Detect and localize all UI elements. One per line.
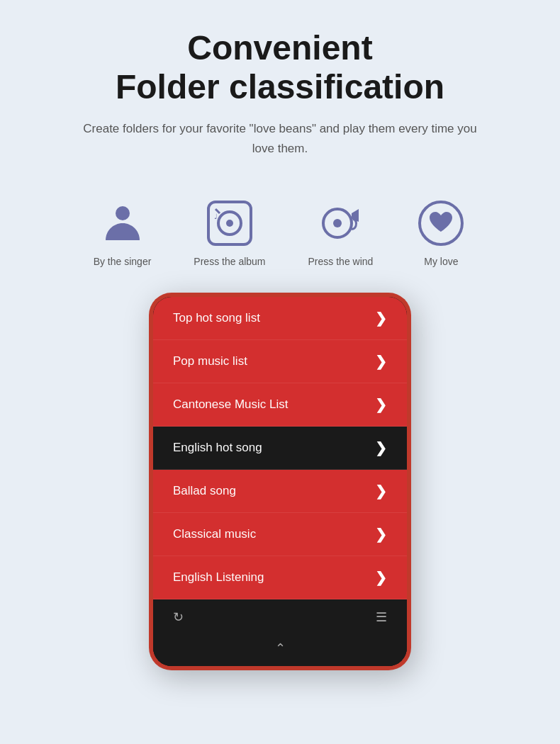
chevron-icon-1: ❯ <box>375 353 387 370</box>
chevron-icon-3: ❯ <box>375 439 387 456</box>
chevron-icon-5: ❯ <box>375 526 387 543</box>
menu-item-top-hot-label: Top hot song list <box>173 311 260 325</box>
back-icon[interactable]: ↻ <box>173 609 184 625</box>
svg-point-7 <box>333 219 342 227</box>
love-label: My love <box>424 256 458 267</box>
love-category[interactable]: My love <box>415 198 466 267</box>
svg-point-3 <box>226 220 233 227</box>
chevron-icon-2: ❯ <box>375 396 387 413</box>
wind-label: Press the wind <box>308 256 374 267</box>
phone-home-bar: ⌃ <box>153 635 407 666</box>
menu-item-english-listening-label: English Listening <box>173 570 264 585</box>
phone-device: Top hot song list ❯ Pop music list ❯ Can… <box>149 293 411 670</box>
chevron-icon-6: ❯ <box>375 569 387 586</box>
singer-icon <box>97 198 148 249</box>
chevron-icon-4: ❯ <box>375 483 387 500</box>
menu-item-cantonese-label: Cantonese Music List <box>173 398 289 412</box>
phone-screen-area: Top hot song list ❯ Pop music list ❯ Can… <box>153 297 407 666</box>
menu-icon[interactable]: ☰ <box>376 609 387 625</box>
menu-item-classical[interactable]: Classical music ❯ <box>153 513 407 556</box>
love-icon <box>415 198 466 249</box>
menu-item-top-hot[interactable]: Top hot song list ❯ <box>153 297 407 340</box>
phone-wrapper: Top hot song list ❯ Pop music list ❯ Can… <box>0 293 560 699</box>
phone-bottom-bar: ↻ ☰ <box>153 599 407 635</box>
menu-item-cantonese[interactable]: Cantonese Music List ❯ <box>153 383 407 427</box>
main-title: Convenient Folder classification <box>43 28 517 106</box>
wind-icon <box>315 198 366 249</box>
svg-point-0 <box>116 206 130 220</box>
menu-item-pop-music-label: Pop music list <box>173 354 247 368</box>
menu-item-english-hot-label: English hot song <box>173 441 262 455</box>
album-label: Press the album <box>194 256 265 267</box>
menu-item-classical-label: Classical music <box>173 527 256 541</box>
svg-text:♩: ♩ <box>214 213 218 220</box>
music-menu-list: Top hot song list ❯ Pop music list ❯ Can… <box>153 297 407 599</box>
menu-item-ballad[interactable]: Ballad song ❯ <box>153 470 407 513</box>
menu-item-english-hot[interactable]: English hot song ❯ <box>153 427 407 470</box>
title-line1: Convenient <box>187 29 372 67</box>
album-icon: ♩ <box>204 198 255 249</box>
chevron-icon-0: ❯ <box>375 310 387 327</box>
menu-item-ballad-label: Ballad song <box>173 484 236 498</box>
title-line2: Folder classification <box>116 68 444 106</box>
album-category[interactable]: ♩ Press the album <box>194 198 265 267</box>
wind-category[interactable]: Press the wind <box>308 198 374 267</box>
subtitle-text: Create folders for your favorite "love b… <box>82 119 478 157</box>
menu-item-english-listening[interactable]: English Listening ❯ <box>153 556 407 599</box>
phone-screen: Top hot song list ❯ Pop music list ❯ Can… <box>153 297 407 666</box>
singer-category[interactable]: By the singer <box>94 198 152 267</box>
icons-row: By the singer ♩ Press the album Press th… <box>94 198 467 267</box>
menu-item-pop-music[interactable]: Pop music list ❯ <box>153 340 407 383</box>
home-up-icon[interactable]: ⌃ <box>275 641 286 656</box>
singer-label: By the singer <box>94 256 152 267</box>
header-section: Convenient Folder classification Create … <box>0 0 560 172</box>
